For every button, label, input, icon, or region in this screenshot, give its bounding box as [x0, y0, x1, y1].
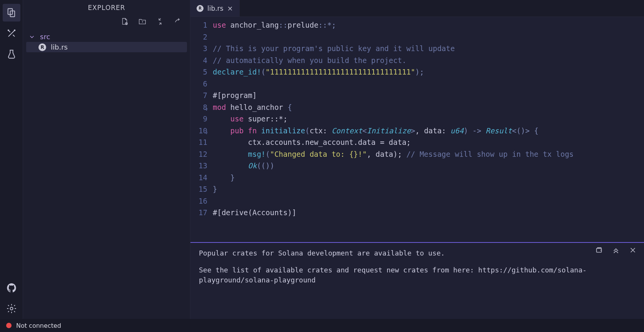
build-tools-activity-icon[interactable]	[3, 25, 20, 42]
collapse-icon[interactable]	[155, 17, 165, 26]
share-icon[interactable]	[173, 17, 182, 26]
code-editor[interactable]: 12345678v910v11121314151617 use anchor_l…	[190, 17, 644, 242]
tab-label: lib.rs	[207, 5, 224, 12]
connection-status-text[interactable]: Not connected	[16, 322, 61, 329]
gutter: 12345678v910v11121314151617	[190, 17, 211, 242]
file-tree: src R lib.rs	[23, 30, 190, 54]
editor-tabs: R lib.rs ×	[190, 0, 644, 17]
chevron-down-icon	[28, 33, 35, 40]
panel-actions	[595, 246, 638, 255]
wallet-icon[interactable]	[595, 246, 604, 255]
code-content[interactable]: use anchor_lang::prelude::*; // This is …	[211, 17, 644, 242]
rust-file-icon: R	[197, 5, 204, 12]
test-activity-icon[interactable]	[3, 45, 20, 63]
file-lib-rs[interactable]: R lib.rs	[26, 42, 187, 52]
new-folder-icon[interactable]	[138, 17, 147, 26]
rust-file-icon: R	[38, 43, 46, 51]
explorer-panel: EXPLORER src R lib.rs	[23, 0, 190, 319]
panel-text-1: Popular crates for Solana development ar…	[199, 248, 636, 258]
editor-area: R lib.rs × 12345678v910v11121314151617 u…	[190, 0, 644, 319]
gear-icon[interactable]	[3, 300, 20, 317]
expand-panel-icon[interactable]	[612, 246, 621, 255]
close-icon[interactable]: ×	[227, 4, 233, 12]
svg-point-3	[14, 30, 15, 31]
folder-src[interactable]: src	[26, 32, 187, 42]
tab-lib-rs[interactable]: R lib.rs ×	[190, 0, 240, 17]
svg-point-2	[8, 30, 8, 31]
explorer-toolbar	[23, 15, 190, 30]
close-panel-icon[interactable]	[629, 246, 638, 255]
explorer-activity-icon[interactable]	[3, 4, 20, 22]
output-panel: Popular crates for Solana development ar…	[190, 242, 644, 319]
status-bar: Not connected	[0, 319, 644, 332]
activity-bar	[0, 0, 23, 319]
file-label: lib.rs	[51, 43, 68, 51]
panel-text-2: See the list of available crates and req…	[199, 265, 636, 285]
github-icon[interactable]	[3, 279, 20, 297]
main-area: EXPLORER src R lib.rs	[0, 0, 644, 319]
explorer-title: EXPLORER	[23, 0, 190, 15]
connection-status-dot	[6, 323, 12, 328]
new-file-icon[interactable]	[120, 17, 129, 26]
svg-point-4	[10, 307, 13, 310]
folder-label: src	[40, 33, 50, 41]
